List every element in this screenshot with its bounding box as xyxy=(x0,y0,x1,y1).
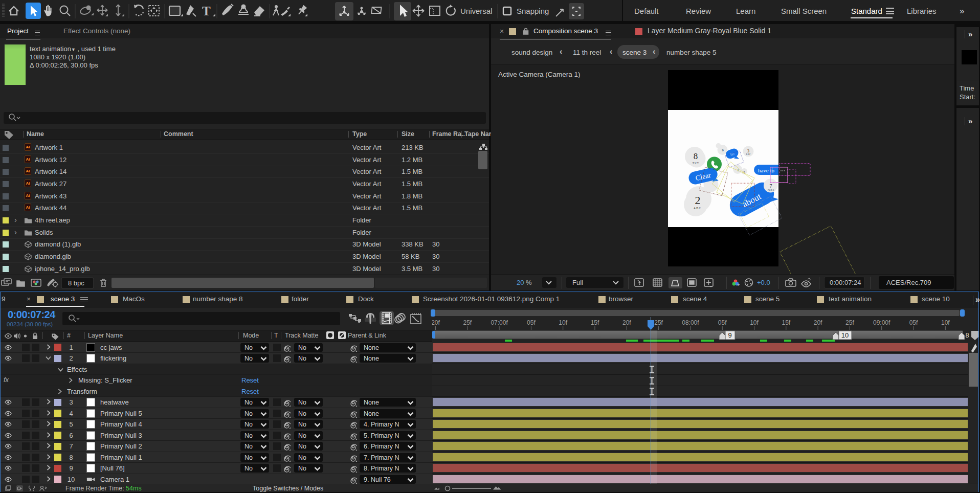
svg-text:05f: 05f xyxy=(718,319,727,326)
svg-text:P Q R S: P Q R S xyxy=(768,189,774,191)
svg-text:05f: 05f xyxy=(527,319,536,326)
svg-text:25f: 25f xyxy=(463,319,472,326)
svg-text:20f: 20f xyxy=(814,319,822,326)
svg-text:8 bpc: 8 bpc xyxy=(68,279,84,287)
svg-text:2: 2 xyxy=(695,194,701,207)
svg-text:10f: 10f xyxy=(941,319,950,326)
svg-text:T: T xyxy=(202,4,211,18)
svg-text:+0.0: +0.0 xyxy=(757,279,770,286)
svg-text:09:00f: 09:00f xyxy=(873,319,890,326)
svg-text:15f: 15f xyxy=(782,319,790,326)
svg-text:25f: 25f xyxy=(845,319,854,326)
svg-text:15f: 15f xyxy=(591,319,599,326)
svg-text:10f: 10f xyxy=(559,319,567,326)
svg-text:7: 7 xyxy=(770,183,772,189)
svg-text:T U V: T U V xyxy=(693,162,699,164)
svg-text:8: 8 xyxy=(965,331,969,339)
svg-text:3: 3 xyxy=(747,149,749,153)
svg-text:Universal: Universal xyxy=(460,7,493,15)
svg-text:8: 8 xyxy=(694,151,698,161)
svg-text:05f: 05f xyxy=(909,319,918,326)
svg-text:25f: 25f xyxy=(654,319,663,326)
svg-text:20f: 20f xyxy=(622,319,631,326)
svg-text:08:00f: 08:00f xyxy=(682,319,699,326)
svg-text:Snapping: Snapping xyxy=(517,7,549,15)
svg-text:9: 9 xyxy=(728,331,731,339)
svg-text:10: 10 xyxy=(841,331,849,339)
svg-text:A B C: A B C xyxy=(694,207,701,210)
svg-text:9: 9 xyxy=(722,148,724,152)
svg-text:20f: 20f xyxy=(432,319,440,326)
svg-text:10f: 10f xyxy=(750,319,759,326)
svg-text:07:00f: 07:00f xyxy=(491,319,508,326)
svg-text:D E F: D E F xyxy=(746,153,750,155)
